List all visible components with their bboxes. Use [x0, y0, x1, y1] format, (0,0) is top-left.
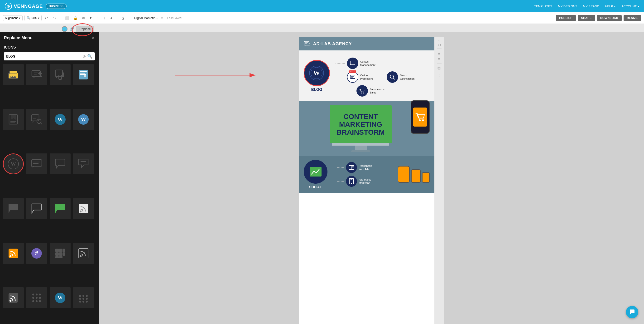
icons-section-label: ICONS	[0, 43, 98, 52]
icon-rss-box[interactable]	[73, 243, 94, 264]
icon-wordpress-small[interactable]: W	[50, 287, 70, 308]
svg-rect-14	[80, 71, 87, 72]
svg-rect-3	[12, 76, 13, 77]
search-submit-icon[interactable]: 🔍	[87, 54, 92, 59]
sidebar-close-button[interactable]: ✕	[91, 35, 95, 41]
link-button[interactable]: 🔗	[70, 27, 74, 31]
canvas-area[interactable]: AD-LAB AGENCY W BLOG	[98, 32, 644, 324]
undo-button[interactable]: ↩	[44, 15, 50, 21]
connector-line3	[375, 77, 385, 77]
node-content-management: ContentManagement	[336, 58, 376, 69]
layers-icon[interactable]: ⧉	[438, 66, 440, 71]
svg-point-75	[82, 301, 84, 302]
icon-rss-dark2[interactable]	[3, 287, 24, 308]
more-options-icon[interactable]: ⋮	[437, 72, 442, 77]
icon-wordpress-circle[interactable]: W	[3, 153, 24, 174]
icon-speech-dark[interactable]	[3, 198, 24, 219]
replace-menu-sidebar: Replace Menu ✕ ICONS ⊗ 🔍	[0, 32, 98, 324]
svg-point-65	[39, 300, 41, 302]
icon-rss-feed[interactable]	[73, 198, 94, 219]
monitor-bottom-bar	[332, 143, 389, 146]
social-nodes: ResponsiveWeb Ads App-basedMarketing	[337, 162, 372, 187]
bring-forward-button[interactable]: ↑	[96, 15, 100, 21]
icon-rss-orange[interactable]	[3, 243, 24, 264]
icon-chat-phone[interactable]	[50, 64, 70, 85]
icon-search-input[interactable]	[6, 55, 81, 58]
icon-grid[interactable]	[50, 243, 70, 264]
svg-rect-5	[16, 76, 16, 77]
publish-button[interactable]: PUBLISH	[556, 15, 576, 21]
monitor-wrap: CONTENTMARKETINGBRAINSTORM	[304, 105, 418, 152]
replace-button[interactable]: Replace	[76, 26, 94, 32]
icon-wordpress-dark[interactable]: W	[50, 109, 70, 130]
page-of-label: of 1	[437, 44, 441, 47]
chat-bubble-button[interactable]	[626, 306, 638, 318]
separator	[60, 15, 60, 21]
icon-blog-page[interactable]	[73, 64, 94, 85]
bring-front-button[interactable]: ⬆	[88, 15, 94, 21]
color-button[interactable]	[62, 26, 68, 32]
separator3	[129, 15, 129, 21]
scroll-down-icon[interactable]: ▼	[437, 57, 441, 62]
icon-speech-green[interactable]	[50, 198, 70, 219]
lock-button[interactable]: 🔒	[72, 15, 79, 21]
svg-rect-2	[10, 76, 12, 77]
svg-point-42	[10, 255, 12, 257]
icon-bookmark[interactable]	[3, 109, 24, 130]
nav-my-designs[interactable]: MY DESIGNS	[558, 5, 577, 8]
edit-title-icon[interactable]: ✏	[161, 16, 164, 20]
icon-grid-dots[interactable]	[26, 287, 47, 308]
send-backward-button[interactable]: ↓	[102, 15, 106, 21]
icon-dots[interactable]	[73, 287, 94, 308]
icon-chat-lines[interactable]	[26, 153, 47, 174]
scroll-up-icon[interactable]: ▲	[437, 51, 441, 56]
monitor-foot	[351, 150, 370, 152]
resize-button[interactable]: RESIZE	[624, 15, 641, 21]
share-button[interactable]: SHARE	[578, 15, 595, 21]
icon-grid-hash[interactable]: #	[26, 243, 47, 264]
icon-speech-bubble[interactable]	[50, 153, 70, 174]
monitor-stand	[355, 146, 367, 150]
svg-point-69	[82, 295, 84, 297]
icon-typewriter[interactable]	[3, 64, 24, 85]
logo[interactable]: ◷ VENNGAGE	[5, 3, 43, 10]
nav-templates[interactable]: TEMPLATES	[534, 5, 552, 8]
copy-button[interactable]: ⧉	[81, 15, 86, 21]
redo-button[interactable]: ↪	[51, 15, 57, 21]
content-marketing-section: CONTENTMARKETINGBRAINSTORM	[299, 101, 434, 156]
nav-help[interactable]: HELP ▾	[605, 5, 616, 8]
icon-chat-search[interactable]	[26, 109, 47, 130]
alignment-select[interactable]: Alignment ▾	[3, 15, 22, 21]
search-icon: 🔍	[26, 16, 30, 20]
online-promotions-label: OnlinePromotions	[360, 74, 374, 81]
icon-chat-small[interactable]	[73, 153, 94, 174]
svg-point-59	[39, 293, 41, 295]
device1	[398, 166, 410, 183]
svg-text:W: W	[313, 69, 320, 77]
svg-rect-6	[10, 77, 16, 78]
svg-point-96	[422, 119, 424, 121]
node-ecommerce: E-commerceSales	[356, 85, 384, 97]
svg-point-76	[86, 301, 88, 302]
search-clear-icon[interactable]: ⊗	[83, 54, 86, 59]
icon-speech-light[interactable]	[26, 198, 47, 219]
connector-line	[336, 63, 345, 64]
svg-rect-101	[352, 166, 354, 167]
svg-text:W: W	[58, 295, 62, 300]
ecommerce-label: E-commerceSales	[370, 88, 384, 94]
frame-button[interactable]: ⬜	[63, 15, 70, 21]
zoom-select[interactable]: 🔍 60% ▾	[24, 15, 42, 21]
nav-account[interactable]: ACCOUNT ▾	[622, 5, 639, 8]
search-optimization-label: SearchOptimization	[400, 74, 414, 81]
business-badge[interactable]: BUSINESS	[46, 4, 66, 9]
svg-point-62	[39, 297, 41, 299]
svg-point-95	[419, 119, 420, 121]
icon-chat-pen[interactable]	[26, 64, 47, 85]
delete-button[interactable]: 🗑	[120, 15, 126, 21]
responsive-web-ads-label: ResponsiveWeb Ads	[359, 164, 372, 171]
svg-point-74	[79, 301, 81, 302]
icon-wordpress-blue[interactable]: W	[73, 109, 94, 130]
send-back-button[interactable]: ⬇	[108, 15, 114, 21]
nav-my-brand[interactable]: MY BRAND	[583, 5, 599, 8]
download-button[interactable]: DOWNLOAD	[597, 15, 622, 21]
